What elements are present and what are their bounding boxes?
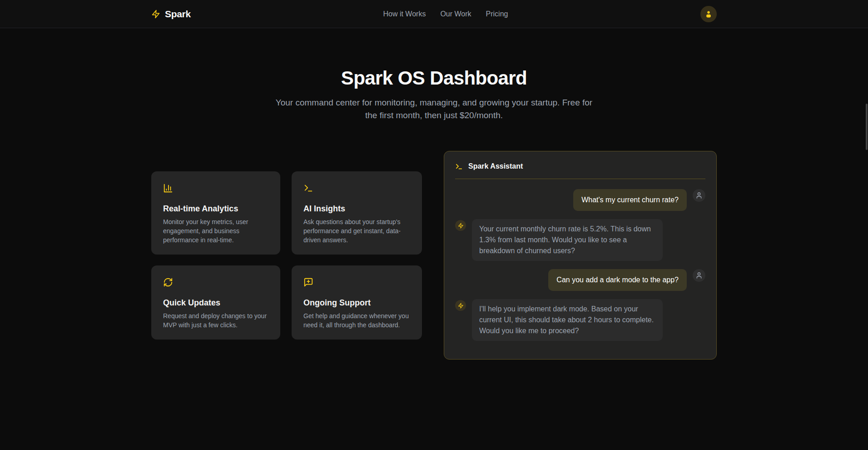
assistant-bubble: I'll help you implement dark mode. Based… (472, 299, 663, 341)
zap-icon (458, 223, 464, 229)
nav-link-our-work[interactable]: Our Work (440, 10, 471, 18)
page-title: Spark OS Dashboard (0, 67, 868, 89)
brand-name: Spark (165, 9, 191, 20)
user-avatar (693, 269, 705, 282)
zap-icon (458, 303, 464, 309)
feature-title: Real-time Analytics (163, 204, 268, 214)
feature-description: Request and deploy changes to your MVP w… (163, 311, 268, 330)
nav-link-how-it-works[interactable]: How it Works (383, 10, 426, 18)
feature-title: Quick Updates (163, 298, 268, 308)
navbar: Spark How it Works Our Work Pricing (0, 0, 868, 28)
assistant-messages: What's my current churn rate? Your curre… (444, 179, 716, 359)
chat-message-user: Can you add a dark mode to the app? (455, 269, 705, 291)
feature-title: Ongoing Support (303, 298, 410, 308)
main-content: Spark OS Dashboard Your command center f… (0, 28, 868, 360)
refresh-icon (163, 277, 268, 287)
user-avatar (693, 189, 705, 202)
assistant-avatar (455, 220, 466, 231)
feature-card-ongoing-support: Ongoing Support Get help and guidance wh… (292, 265, 422, 340)
feature-description: Monitor your key metrics, user engagemen… (163, 217, 268, 245)
feature-description: Get help and guidance whenever you need … (303, 311, 410, 330)
nav-link-pricing[interactable]: Pricing (486, 10, 508, 18)
feature-card-quick-updates: Quick Updates Request and deploy changes… (151, 265, 280, 340)
feature-title: AI Insights (303, 204, 410, 214)
bar-chart-icon (163, 183, 268, 193)
feature-card-ai-insights: AI Insights Ask questions about your sta… (292, 171, 422, 255)
feature-card-realtime-analytics: Real-time Analytics Monitor your key met… (151, 171, 280, 255)
scrollbar-thumb[interactable] (866, 104, 868, 150)
user-icon (695, 192, 703, 199)
account-avatar-button[interactable] (700, 6, 717, 22)
navbar-inner: Spark How it Works Our Work Pricing (151, 0, 717, 28)
content-row: Real-time Analytics Monitor your key met… (151, 151, 717, 360)
user-icon (704, 10, 713, 18)
assistant-bubble: Your current monthly churn rate is 5.2%.… (472, 219, 663, 261)
nav-links: How it Works Our Work Pricing (191, 10, 700, 18)
chat-message-assistant: Your current monthly churn rate is 5.2%.… (455, 219, 705, 261)
assistant-avatar (455, 300, 466, 311)
assistant-panel-header: Spark Assistant (455, 151, 705, 179)
chat-message-assistant: I'll help you implement dark mode. Based… (455, 299, 705, 341)
hero-section: Spark OS Dashboard Your command center f… (0, 28, 868, 122)
features-grid: Real-time Analytics Monitor your key met… (151, 171, 422, 340)
brand-logo[interactable]: Spark (151, 9, 191, 20)
assistant-panel: Spark Assistant What's my current churn … (444, 151, 717, 360)
feature-description: Ask questions about your startup's perfo… (303, 217, 410, 245)
page-subtitle: Your command center for monitoring, mana… (273, 96, 595, 122)
user-icon (695, 272, 703, 279)
chat-message-user: What's my current churn rate? (455, 189, 705, 211)
message-square-plus-icon (303, 277, 410, 287)
user-bubble: What's my current churn rate? (573, 189, 687, 211)
terminal-icon (303, 183, 410, 193)
assistant-panel-title: Spark Assistant (468, 162, 523, 170)
zap-icon (151, 10, 160, 19)
user-bubble: Can you add a dark mode to the app? (548, 269, 687, 291)
terminal-icon (455, 163, 463, 170)
